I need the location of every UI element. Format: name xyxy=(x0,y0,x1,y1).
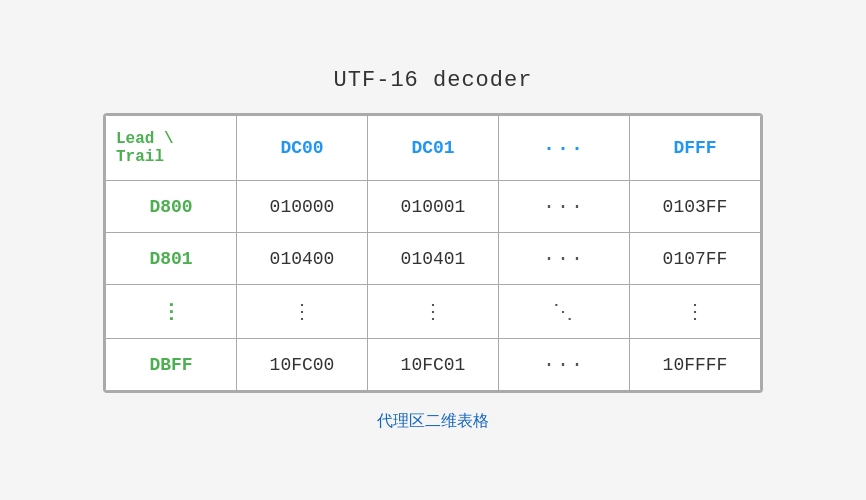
val1-cell: 010400 xyxy=(237,233,368,285)
val4-cell: 10FFFF xyxy=(630,339,761,391)
footer-text: 代理区二维表格 xyxy=(377,411,489,432)
val4-cell: ⋮ xyxy=(630,285,761,339)
val2-cell: 010001 xyxy=(368,181,499,233)
decoder-table: Lead \ Trail DC00 DC01 ··· DFFF D8000100… xyxy=(105,115,761,391)
table-row: D800010000010001···0103FF xyxy=(106,181,761,233)
val3-cell: ··· xyxy=(499,339,630,391)
val2-cell: 10FC01 xyxy=(368,339,499,391)
table-row: ⋮⋮⋮⋱⋮ xyxy=(106,285,761,339)
header-ellipsis: ··· xyxy=(499,116,630,181)
val4-cell: 0103FF xyxy=(630,181,761,233)
val4-cell: 0107FF xyxy=(630,233,761,285)
lead-cell: D801 xyxy=(106,233,237,285)
val1-cell: 010000 xyxy=(237,181,368,233)
decoder-table-wrapper: Lead \ Trail DC00 DC01 ··· DFFF D8000100… xyxy=(103,113,763,393)
table-row: D801010400010401···0107FF xyxy=(106,233,761,285)
val2-cell: 010401 xyxy=(368,233,499,285)
lead-cell: ⋮ xyxy=(106,285,237,339)
val2-cell: ⋮ xyxy=(368,285,499,339)
header-dc01: DC01 xyxy=(368,116,499,181)
header-dc00: DC00 xyxy=(237,116,368,181)
table-header-row: Lead \ Trail DC00 DC01 ··· DFFF xyxy=(106,116,761,181)
lead-cell: D800 xyxy=(106,181,237,233)
lead-cell: DBFF xyxy=(106,339,237,391)
val3-cell: ⋱ xyxy=(499,285,630,339)
page-title: UTF-16 decoder xyxy=(334,68,533,93)
header-lead-trail: Lead \ Trail xyxy=(106,116,237,181)
val1-cell: ⋮ xyxy=(237,285,368,339)
table-row: DBFF10FC0010FC01···10FFFF xyxy=(106,339,761,391)
val1-cell: 10FC00 xyxy=(237,339,368,391)
val3-cell: ··· xyxy=(499,181,630,233)
header-dfff: DFFF xyxy=(630,116,761,181)
val3-cell: ··· xyxy=(499,233,630,285)
